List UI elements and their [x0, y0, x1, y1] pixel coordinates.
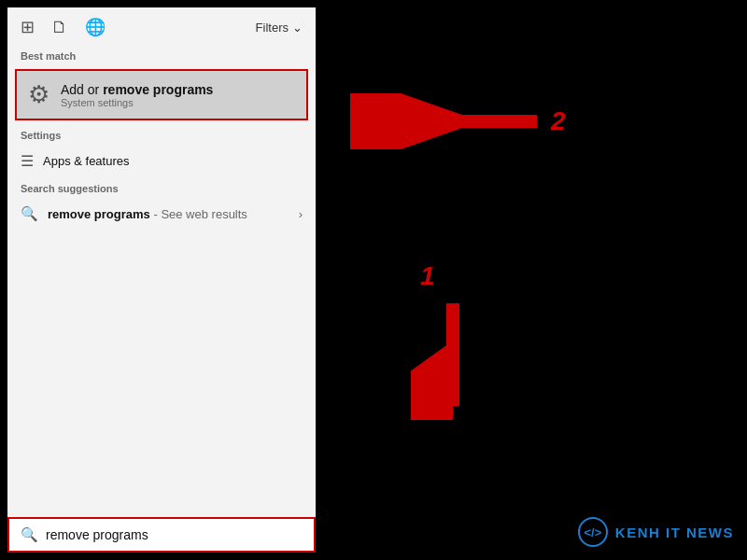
best-match-title: Add or remove programs — [61, 82, 213, 97]
annotation-label-1: 1 — [420, 261, 435, 291]
apps-features-item[interactable]: ☰ Apps & features — [7, 145, 316, 177]
title-prefix: Add or — [61, 82, 103, 97]
settings-label: Settings — [7, 124, 316, 145]
search-box-container[interactable]: 🔍 — [7, 517, 316, 553]
watermark: </> KENH IT NEWS — [578, 517, 734, 547]
grid-icon[interactable]: ⊞ — [21, 17, 35, 37]
apps-features-label: Apps & features — [43, 154, 130, 168]
document-icon[interactable]: 🗋 — [51, 18, 68, 37]
filters-label: Filters — [256, 21, 289, 35]
filters-button[interactable]: Filters ⌄ — [256, 21, 303, 35]
best-match-text: Add or remove programs System settings — [61, 82, 213, 108]
title-bold: remove programs — [103, 82, 213, 97]
search-input[interactable] — [46, 527, 303, 542]
watermark-logo-text: </> — [584, 525, 601, 539]
arrow-2-container: 2 — [336, 93, 566, 149]
arrow-2-svg — [336, 93, 542, 149]
arrow-1-container: 1 — [411, 299, 495, 424]
search-box-icon: 🔍 — [21, 526, 38, 543]
search-results: Best match ⚙ Add or remove programs Syst… — [7, 43, 316, 553]
search-suggestions-label: Search suggestions — [7, 177, 316, 198]
suggestion-item[interactable]: 🔍 remove programs - See web results › — [7, 198, 316, 230]
suggestion-text: remove programs - See web results — [48, 207, 289, 221]
search-icon: 🔍 — [21, 205, 38, 222]
suggestion-main: remove programs — [48, 207, 150, 221]
search-panel: ⊞ 🗋 🌐 Filters ⌄ Best match ⚙ Add or remo… — [7, 7, 316, 553]
watermark-logo: </> — [578, 517, 608, 547]
chevron-right-icon: › — [299, 207, 303, 221]
best-match-item[interactable]: ⚙ Add or remove programs System settings — [15, 69, 308, 120]
top-icons-bar: ⊞ 🗋 🌐 Filters ⌄ — [7, 7, 316, 43]
arrow-1-svg — [411, 299, 495, 420]
settings-gear-icon: ⚙ — [28, 80, 49, 109]
best-match-label: Best match — [7, 43, 316, 65]
chevron-down-icon: ⌄ — [292, 21, 303, 35]
globe-icon[interactable]: 🌐 — [85, 17, 106, 37]
suggestion-secondary: - See web results — [150, 207, 247, 221]
list-icon: ☰ — [21, 152, 34, 170]
annotation-area: 2 1 </> KENH IT NEWS — [317, 0, 747, 560]
watermark-brand: KENH IT NEWS — [615, 525, 734, 540]
annotation-label-2: 2 — [551, 106, 566, 136]
best-match-subtitle: System settings — [61, 97, 213, 108]
